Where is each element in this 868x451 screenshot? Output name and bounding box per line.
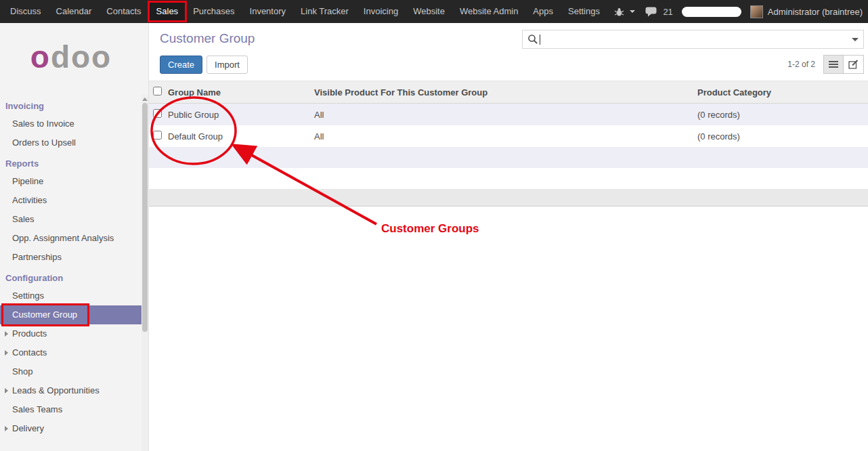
customer-group-list: Group Name Visible Product For This Cust…: [149, 81, 868, 189]
progress-pill: [682, 7, 741, 17]
sidebar-section-configuration: Configuration Settings Customer Group Pr…: [0, 267, 142, 438]
search-box[interactable]: [522, 30, 864, 49]
sidebar-item-label: Customer Group: [12, 309, 77, 320]
sidebar-item-opp-assignment-analysis[interactable]: Opp. Assignment Analysis: [0, 229, 142, 248]
sidebar-scrollbar[interactable]: [142, 95, 148, 451]
cell-product-category[interactable]: (0 records): [693, 104, 868, 126]
form-view-button[interactable]: [844, 55, 864, 74]
text-cursor: [540, 35, 540, 45]
sidebar-item-contacts[interactable]: Contacts: [0, 343, 142, 362]
table-header-row: Group Name Visible Product For This Cust…: [149, 81, 868, 104]
sidebar-item-sales-teams[interactable]: Sales Teams: [0, 400, 142, 419]
debug-icon[interactable]: [614, 7, 624, 17]
sidebar-item-orders-to-upsell[interactable]: Orders to Upsell: [0, 133, 142, 152]
column-header-group-name[interactable]: Group Name: [164, 81, 310, 104]
menu-item-calendar[interactable]: Calendar: [49, 0, 100, 23]
sidebar-item-customer-group[interactable]: Customer Group: [0, 305, 142, 324]
odoo-backend-screen: Discuss Calendar Contacts Sales Purchase…: [0, 0, 868, 451]
debug-dropdown-caret-icon[interactable]: [630, 10, 635, 13]
sidebar-item-delivery[interactable]: Delivery: [0, 419, 142, 438]
page-title: Customer Group: [160, 30, 255, 46]
search-input[interactable]: [544, 35, 848, 45]
search-icon: [527, 34, 538, 45]
sidebar-item-partnerships[interactable]: Partnerships: [0, 248, 142, 267]
logo-letter: o: [30, 39, 51, 75]
list-view-icon: [829, 60, 838, 68]
control-panel: Customer Group: [149, 23, 868, 49]
menu-item-website[interactable]: Website: [406, 0, 452, 23]
sidebar-item-label: Delivery: [12, 423, 44, 433]
create-button[interactable]: Create: [160, 56, 202, 74]
action-button-row: Create Import 1-2 of 2: [149, 49, 868, 81]
sidebar-item-activities[interactable]: Activities: [0, 191, 142, 210]
empty-row: [149, 147, 868, 168]
view-switcher: [823, 55, 864, 74]
cell-group-name[interactable]: Public Group: [164, 104, 310, 126]
sidebar-item-leads-opportunities[interactable]: Leads & Opportunities: [0, 381, 142, 400]
column-header-product-category[interactable]: Product Category: [693, 81, 868, 104]
expand-arrow-icon: [5, 426, 8, 431]
scrollbar-up-arrow-icon[interactable]: [142, 98, 148, 101]
cell-visible-product[interactable]: All: [310, 104, 693, 126]
list-footer-strip: [149, 189, 868, 207]
odoo-logo: odoo: [0, 23, 142, 95]
expand-arrow-icon: [5, 331, 8, 337]
empty-row: [149, 168, 868, 189]
sidebar-item-products[interactable]: Products: [0, 324, 142, 343]
main-content: Customer Group Create Import 1-2 of 2: [149, 23, 868, 451]
topbar-right-tools: 21 Administrator (braintree): [614, 5, 868, 18]
menu-item-website-admin[interactable]: Website Admin: [452, 0, 525, 23]
sidebar-item-sales-to-invoice[interactable]: Sales to Invoice: [0, 114, 142, 133]
cell-product-category[interactable]: (0 records): [693, 125, 868, 147]
cell-group-name[interactable]: Default Group: [164, 125, 310, 147]
row-checkbox[interactable]: [153, 109, 162, 118]
row-checkbox[interactable]: [153, 131, 162, 139]
sidebar-item-label: Leads & Opportunities: [12, 385, 100, 395]
top-navigation-bar: Discuss Calendar Contacts Sales Purchase…: [0, 0, 868, 23]
pager-range: 1-2 of 2: [787, 60, 823, 69]
menu-item-inventory[interactable]: Inventory: [242, 0, 293, 23]
sidebar-section-reports: Reports Pipeline Activities Sales Opp. A…: [0, 152, 142, 267]
sidebar-item-shop[interactable]: Shop: [0, 362, 142, 381]
menu-item-purchases[interactable]: Purchases: [186, 0, 242, 23]
import-button[interactable]: Import: [207, 56, 248, 74]
expand-arrow-icon: [5, 388, 8, 393]
list-view-button[interactable]: [823, 55, 844, 74]
sidebar-item-label: Contacts: [12, 347, 47, 358]
select-all-checkbox[interactable]: [153, 87, 162, 95]
sidebar-item-label: Products: [12, 328, 47, 339]
sidebar-item-sales[interactable]: Sales: [0, 210, 142, 229]
sidebar-item-settings[interactable]: Settings: [0, 286, 142, 305]
menu-item-apps[interactable]: Apps: [525, 0, 561, 23]
user-avatar[interactable]: [750, 5, 763, 18]
menu-item-contacts[interactable]: Contacts: [99, 0, 148, 23]
sidebar-section-title: Invoicing: [0, 95, 142, 114]
sidebar-section-title: Reports: [0, 152, 142, 172]
user-menu[interactable]: Administrator (braintree): [768, 7, 863, 17]
logo-letters: doo: [51, 39, 112, 75]
cell-visible-product[interactable]: All: [310, 125, 693, 147]
column-header-visible-product[interactable]: Visible Product For This Customer Group: [310, 81, 693, 104]
sidebar: odoo Invoicing Sales to Invoice Orders t…: [0, 23, 149, 451]
menu-item-invoicing[interactable]: Invoicing: [356, 0, 406, 23]
main-menu: Discuss Calendar Contacts Sales Purchase…: [0, 0, 607, 23]
sidebar-item-pipeline[interactable]: Pipeline: [0, 172, 142, 191]
form-view-icon: [848, 60, 859, 69]
expand-arrow-icon: [5, 350, 8, 356]
search-dropdown-caret-icon[interactable]: [852, 38, 859, 41]
menu-item-sales-label: Sales: [156, 6, 179, 16]
menu-item-sales[interactable]: Sales: [149, 0, 186, 23]
sidebar-section-title: Configuration: [0, 267, 142, 286]
sidebar-section-invoicing: Invoicing Sales to Invoice Orders to Ups…: [0, 95, 142, 152]
menu-item-link-tracker[interactable]: Link Tracker: [293, 0, 356, 23]
menu-item-settings[interactable]: Settings: [561, 0, 607, 23]
messages-count-badge: 21: [663, 7, 672, 17]
messages-icon[interactable]: [645, 7, 658, 17]
table-row[interactable]: Default Group All (0 records): [149, 125, 868, 147]
table-row[interactable]: Public Group All (0 records): [149, 104, 868, 126]
scrollbar-thumb[interactable]: [142, 103, 148, 332]
menu-item-discuss[interactable]: Discuss: [3, 0, 49, 23]
